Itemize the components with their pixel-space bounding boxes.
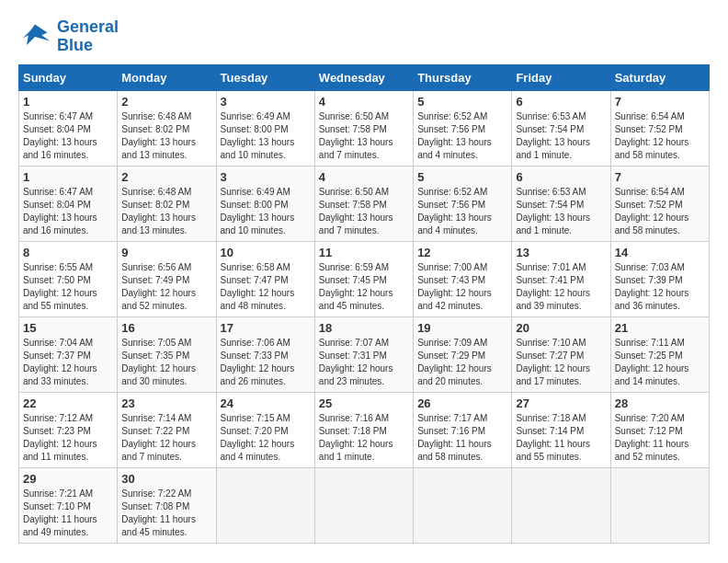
- calendar-cell: 28Sunrise: 7:20 AM Sunset: 7:12 PM Dayli…: [610, 392, 709, 467]
- day-number: 7: [615, 170, 705, 184]
- column-header-friday: Friday: [512, 64, 610, 90]
- column-header-monday: Monday: [118, 64, 216, 90]
- day-number: 24: [221, 396, 311, 410]
- calendar-cell: 30Sunrise: 7:22 AM Sunset: 7:08 PM Dayli…: [118, 467, 216, 543]
- calendar-cell: 1Sunrise: 6:47 AM Sunset: 8:04 PM Daylig…: [19, 90, 118, 166]
- day-info: Sunrise: 6:54 AM Sunset: 7:52 PM Dayligh…: [615, 186, 705, 237]
- calendar-cell: [512, 467, 610, 543]
- day-number: 26: [417, 396, 507, 410]
- day-info: Sunrise: 7:22 AM Sunset: 7:08 PM Dayligh…: [121, 488, 211, 539]
- day-number: 4: [319, 95, 409, 109]
- day-number: 27: [516, 396, 606, 410]
- day-info: Sunrise: 7:18 AM Sunset: 7:14 PM Dayligh…: [516, 412, 606, 464]
- day-info: Sunrise: 6:50 AM Sunset: 7:58 PM Dayligh…: [319, 110, 409, 162]
- calendar-cell: 6Sunrise: 6:53 AM Sunset: 7:54 PM Daylig…: [512, 90, 610, 166]
- calendar-row: 1Sunrise: 6:47 AM Sunset: 8:04 PM Daylig…: [19, 90, 710, 166]
- calendar-row: 29Sunrise: 7:21 AM Sunset: 7:10 PM Dayli…: [19, 467, 710, 543]
- day-number: 7: [615, 95, 705, 109]
- day-number: 4: [319, 170, 409, 184]
- calendar-header-row: SundayMondayTuesdayWednesdayThursdayFrid…: [19, 64, 710, 90]
- calendar-cell: 12Sunrise: 7:00 AM Sunset: 7:43 PM Dayli…: [414, 241, 512, 316]
- calendar-cell: 6Sunrise: 6:53 AM Sunset: 7:54 PM Daylig…: [512, 166, 610, 241]
- day-info: Sunrise: 6:52 AM Sunset: 7:56 PM Dayligh…: [417, 110, 507, 162]
- day-info: Sunrise: 7:17 AM Sunset: 7:16 PM Dayligh…: [417, 412, 507, 464]
- column-header-sunday: Sunday: [19, 64, 118, 90]
- day-info: Sunrise: 7:01 AM Sunset: 7:41 PM Dayligh…: [516, 261, 606, 313]
- calendar-cell: 14Sunrise: 7:03 AM Sunset: 7:39 PM Dayli…: [610, 241, 709, 316]
- day-info: Sunrise: 6:49 AM Sunset: 8:00 PM Dayligh…: [221, 186, 311, 237]
- day-number: 25: [319, 396, 409, 410]
- column-header-thursday: Thursday: [414, 64, 512, 90]
- day-number: 9: [121, 246, 211, 259]
- page-header: General Blue: [18, 18, 710, 55]
- day-info: Sunrise: 6:55 AM Sunset: 7:50 PM Dayligh…: [23, 261, 113, 313]
- day-info: Sunrise: 7:06 AM Sunset: 7:33 PM Dayligh…: [221, 337, 311, 388]
- calendar-cell: 7Sunrise: 6:54 AM Sunset: 7:52 PM Daylig…: [610, 90, 709, 166]
- logo-icon: [18, 20, 51, 53]
- day-number: 18: [319, 321, 409, 335]
- day-info: Sunrise: 6:52 AM Sunset: 7:56 PM Dayligh…: [417, 186, 507, 237]
- day-info: Sunrise: 7:10 AM Sunset: 7:27 PM Dayligh…: [516, 337, 606, 388]
- day-info: Sunrise: 7:11 AM Sunset: 7:25 PM Dayligh…: [615, 337, 705, 388]
- calendar-cell: 9Sunrise: 6:56 AM Sunset: 7:49 PM Daylig…: [118, 241, 216, 316]
- day-info: Sunrise: 6:59 AM Sunset: 7:45 PM Dayligh…: [319, 261, 409, 313]
- calendar-cell: [314, 467, 413, 543]
- calendar-cell: 5Sunrise: 6:52 AM Sunset: 7:56 PM Daylig…: [414, 166, 512, 241]
- calendar-cell: 18Sunrise: 7:07 AM Sunset: 7:31 PM Dayli…: [314, 316, 413, 392]
- calendar-cell: [610, 467, 709, 543]
- calendar-cell: 7Sunrise: 6:54 AM Sunset: 7:52 PM Daylig…: [610, 166, 709, 241]
- day-number: 14: [615, 246, 705, 259]
- day-info: Sunrise: 6:47 AM Sunset: 8:04 PM Dayligh…: [23, 186, 113, 237]
- column-header-wednesday: Wednesday: [314, 64, 413, 90]
- calendar-cell: 17Sunrise: 7:06 AM Sunset: 7:33 PM Dayli…: [216, 316, 314, 392]
- day-info: Sunrise: 6:49 AM Sunset: 8:00 PM Dayligh…: [221, 110, 311, 162]
- day-number: 6: [516, 95, 606, 109]
- day-number: 19: [417, 321, 507, 335]
- svg-marker-0: [23, 24, 51, 45]
- day-number: 3: [221, 170, 311, 184]
- day-info: Sunrise: 6:53 AM Sunset: 7:54 PM Dayligh…: [516, 110, 606, 162]
- day-info: Sunrise: 6:48 AM Sunset: 8:02 PM Dayligh…: [121, 110, 211, 162]
- day-info: Sunrise: 6:47 AM Sunset: 8:04 PM Dayligh…: [23, 110, 113, 162]
- day-number: 8: [23, 246, 113, 259]
- day-info: Sunrise: 7:04 AM Sunset: 7:37 PM Dayligh…: [23, 337, 113, 388]
- calendar-cell: 3Sunrise: 6:49 AM Sunset: 8:00 PM Daylig…: [216, 166, 314, 241]
- calendar-cell: 4Sunrise: 6:50 AM Sunset: 7:58 PM Daylig…: [314, 90, 413, 166]
- calendar-cell: 22Sunrise: 7:12 AM Sunset: 7:23 PM Dayli…: [19, 392, 118, 467]
- calendar-cell: 2Sunrise: 6:48 AM Sunset: 8:02 PM Daylig…: [118, 90, 216, 166]
- calendar-cell: 13Sunrise: 7:01 AM Sunset: 7:41 PM Dayli…: [512, 241, 610, 316]
- calendar-cell: 25Sunrise: 7:16 AM Sunset: 7:18 PM Dayli…: [314, 392, 413, 467]
- day-number: 11: [319, 246, 409, 259]
- calendar-cell: [414, 467, 512, 543]
- calendar-cell: 16Sunrise: 7:05 AM Sunset: 7:35 PM Dayli…: [118, 316, 216, 392]
- column-header-tuesday: Tuesday: [216, 64, 314, 90]
- day-info: Sunrise: 6:56 AM Sunset: 7:49 PM Dayligh…: [121, 261, 211, 313]
- day-info: Sunrise: 7:09 AM Sunset: 7:29 PM Dayligh…: [417, 337, 507, 388]
- day-number: 22: [23, 396, 113, 410]
- day-info: Sunrise: 6:58 AM Sunset: 7:47 PM Dayligh…: [221, 261, 311, 313]
- calendar-row: 22Sunrise: 7:12 AM Sunset: 7:23 PM Dayli…: [19, 392, 710, 467]
- calendar-cell: 4Sunrise: 6:50 AM Sunset: 7:58 PM Daylig…: [314, 166, 413, 241]
- day-info: Sunrise: 6:53 AM Sunset: 7:54 PM Dayligh…: [516, 186, 606, 237]
- calendar-table: SundayMondayTuesdayWednesdayThursdayFrid…: [18, 64, 710, 544]
- day-number: 13: [516, 246, 606, 259]
- day-number: 2: [121, 95, 211, 109]
- calendar-cell: 23Sunrise: 7:14 AM Sunset: 7:22 PM Dayli…: [118, 392, 216, 467]
- day-number: 5: [417, 95, 507, 109]
- day-info: Sunrise: 7:03 AM Sunset: 7:39 PM Dayligh…: [615, 261, 705, 313]
- calendar-cell: 3Sunrise: 6:49 AM Sunset: 8:00 PM Daylig…: [216, 90, 314, 166]
- day-number: 30: [121, 472, 211, 486]
- calendar-cell: 15Sunrise: 7:04 AM Sunset: 7:37 PM Dayli…: [19, 316, 118, 392]
- day-number: 23: [121, 396, 211, 410]
- day-info: Sunrise: 7:14 AM Sunset: 7:22 PM Dayligh…: [121, 412, 211, 464]
- calendar-row: 8Sunrise: 6:55 AM Sunset: 7:50 PM Daylig…: [19, 241, 710, 316]
- day-info: Sunrise: 7:21 AM Sunset: 7:10 PM Dayligh…: [23, 488, 113, 539]
- day-info: Sunrise: 6:54 AM Sunset: 7:52 PM Dayligh…: [615, 110, 705, 162]
- day-number: 21: [615, 321, 705, 335]
- calendar-cell: 27Sunrise: 7:18 AM Sunset: 7:14 PM Dayli…: [512, 392, 610, 467]
- calendar-cell: 5Sunrise: 6:52 AM Sunset: 7:56 PM Daylig…: [414, 90, 512, 166]
- day-info: Sunrise: 6:48 AM Sunset: 8:02 PM Dayligh…: [121, 186, 211, 237]
- calendar-cell: 24Sunrise: 7:15 AM Sunset: 7:20 PM Dayli…: [216, 392, 314, 467]
- calendar-cell: 11Sunrise: 6:59 AM Sunset: 7:45 PM Dayli…: [314, 241, 413, 316]
- calendar-cell: [216, 467, 314, 543]
